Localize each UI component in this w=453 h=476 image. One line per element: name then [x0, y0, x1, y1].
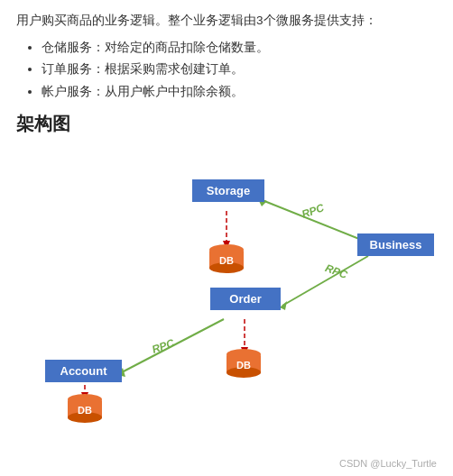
bullet-item-3: 帐户服务：从用户帐户中扣除余额。 [42, 81, 437, 103]
storage-box: Storage [192, 179, 264, 202]
architecture-diagram: Storage DB Order DB Busine [16, 143, 440, 423]
account-box: Account [45, 360, 122, 382]
svg-marker-9 [280, 301, 287, 310]
bullet-list: 仓储服务：对给定的商品扣除仓储数量。 订单服务：根据采购需求创建订单。 帐户服务… [16, 37, 437, 103]
storage-db: DB [209, 244, 244, 273]
watermark: CSDN @Lucky_Turtle [339, 458, 437, 469]
order-box: Order [210, 288, 281, 310]
svg-line-8 [282, 256, 368, 306]
business-box: Business [357, 233, 434, 256]
bullet-item-1: 仓储服务：对给定的商品扣除仓储数量。 [42, 37, 437, 59]
account-db: DB [68, 394, 102, 423]
section-title: 架构图 [16, 112, 437, 136]
order-db: DB [226, 349, 261, 378]
page-content: 用户购买商品的业务逻辑。整个业务逻辑由3个微服务提供支持： 仓储服务：对给定的商… [0, 0, 453, 432]
bullet-item-2: 订单服务：根据采购需求创建订单。 [42, 59, 437, 80]
intro-text: 用户购买商品的业务逻辑。整个业务逻辑由3个微服务提供支持： [16, 11, 437, 32]
